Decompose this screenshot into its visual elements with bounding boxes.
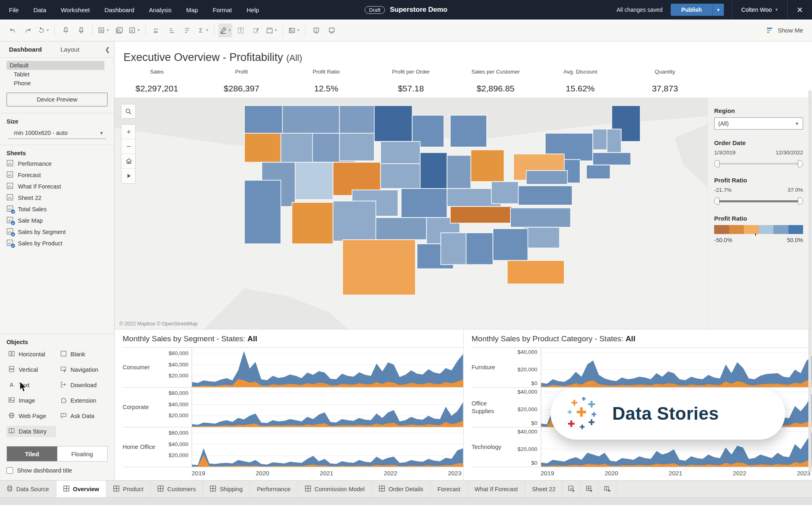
profit-ratio-color-legend[interactable] <box>714 225 803 234</box>
chart-row-corporate[interactable]: Corporate$60,000$40,000$20,000 <box>123 387 463 427</box>
object-item-extension[interactable]: Extension <box>58 395 108 406</box>
new-worksheet-tab-button[interactable] <box>563 481 581 497</box>
menu-file[interactable]: File <box>9 7 19 13</box>
map-pan-flyout-button[interactable] <box>121 169 136 183</box>
map-search-button[interactable] <box>121 104 136 119</box>
chart-row-home-office[interactable]: Home Office$60,000$40,000$20,000 <box>123 427 463 467</box>
state-MN[interactable] <box>374 106 412 142</box>
state-AL[interactable] <box>466 233 493 264</box>
sheet-item-total-sales[interactable]: Total Sales <box>6 205 108 213</box>
redo-icon[interactable] <box>21 24 35 37</box>
menu-analysis[interactable]: Analysis <box>149 7 172 13</box>
tab-customers[interactable]: Customers <box>151 481 203 497</box>
state-SC[interactable] <box>523 227 559 248</box>
state-CA[interactable] <box>244 180 281 244</box>
bottom-scroll-strip[interactable] <box>0 497 812 505</box>
tab-forecast[interactable]: Forecast <box>430 481 467 497</box>
state-MT[interactable] <box>283 106 339 133</box>
menu-map[interactable]: Map <box>186 7 198 13</box>
close-icon[interactable]: ✕ <box>788 5 812 15</box>
sheet-item-performance[interactable]: Performance <box>6 160 108 167</box>
new-worksheet-icon[interactable]: ▼ <box>97 24 110 37</box>
undo-icon[interactable] <box>6 24 19 37</box>
state-VA[interactable] <box>518 186 572 205</box>
menu-help[interactable]: Help <box>246 7 259 13</box>
state-MD[interactable] <box>526 171 567 184</box>
new-story-tab-button[interactable] <box>598 481 616 497</box>
state-OR[interactable] <box>244 133 281 162</box>
sheet-item-sheet-22[interactable]: Sheet 22 <box>6 194 108 202</box>
pin-add-icon[interactable] <box>59 24 73 37</box>
tab-overview[interactable]: Overview <box>56 481 107 497</box>
sheet-item-sale-map[interactable]: Sale Map <box>6 217 108 224</box>
state-OK[interactable] <box>376 218 427 240</box>
order-date-slider-handle-right[interactable] <box>798 160 803 167</box>
object-item-text[interactable]: AText <box>6 379 56 391</box>
map-zoom-in-button[interactable]: + <box>121 125 136 139</box>
object-item-horizontal[interactable]: Horizontal <box>6 349 56 360</box>
state-WV[interactable] <box>491 182 518 204</box>
tiled-button[interactable]: Tiled <box>7 446 57 461</box>
presentation-icon[interactable] <box>325 24 339 37</box>
menu-worksheet[interactable]: Worksheet <box>61 7 90 13</box>
profit-ratio-slider-handle-right[interactable] <box>798 197 803 205</box>
show-dashboard-title-row[interactable]: Show dashboard title <box>0 462 114 480</box>
highlight-icon[interactable]: ▼ <box>218 24 232 37</box>
sheet-item-forecast[interactable]: Forecast <box>6 171 108 179</box>
state-IN[interactable] <box>447 155 471 189</box>
sidebar-tab-dashboard[interactable]: Dashboard <box>6 46 44 53</box>
totals-icon[interactable]: Σ▼ <box>196 24 210 37</box>
new-dashboard-icon[interactable] <box>112 24 126 37</box>
state-MI[interactable] <box>450 115 487 147</box>
state-SD[interactable] <box>339 133 374 161</box>
object-item-image[interactable]: Image <box>6 395 56 406</box>
order-date-slider-handle-left[interactable] <box>714 160 719 167</box>
order-date-slider[interactable] <box>714 160 803 168</box>
tab-product[interactable]: Product <box>106 481 151 497</box>
object-item-navigation[interactable]: Navigation <box>58 364 108 375</box>
show-dashboard-title-checkbox[interactable] <box>6 467 13 474</box>
state-MS[interactable] <box>441 233 466 264</box>
state-TN[interactable] <box>450 206 512 223</box>
sheet-item-sales-by-product[interactable]: Sales by Product <box>6 239 108 247</box>
object-item-download[interactable]: Download <box>58 379 108 391</box>
sheet-item-sales-by-segment[interactable]: Sales by Segment <box>6 228 108 236</box>
fit-icon[interactable]: 8▼ <box>287 24 301 37</box>
tab-data-source[interactable]: Data Source <box>0 481 56 497</box>
replay-icon[interactable]: ▼ <box>37 24 50 37</box>
tab-sheet-22[interactable]: Sheet 22 <box>525 481 563 497</box>
borders-icon[interactable]: ▼ <box>265 24 279 37</box>
chart-row-consumer[interactable]: Consumer$60,000$40,000$20,000 <box>123 347 463 387</box>
pin-pause-icon[interactable] <box>74 24 88 37</box>
publish-dropdown-caret-icon[interactable]: ▼ <box>713 4 724 16</box>
sort-descending-icon[interactable] <box>181 24 194 37</box>
size-dropdown[interactable]: min 1000x620 - auto ▼ <box>8 128 106 139</box>
region-dropdown[interactable]: (All) ▼ <box>714 117 803 130</box>
device-item-default[interactable]: Default <box>6 61 104 70</box>
floating-button[interactable]: Floating <box>57 446 108 461</box>
device-item-phone[interactable]: Phone <box>11 79 104 88</box>
object-item-web-page[interactable]: Web Page <box>6 410 56 422</box>
show-me-button[interactable]: Show Me <box>767 27 806 34</box>
profit-ratio-slider-handle-left[interactable] <box>714 197 719 205</box>
state-NM[interactable] <box>333 201 376 241</box>
sales-by-segment-chart[interactable]: Monthly Sales by Segment - States: All C… <box>114 329 463 480</box>
state-UT[interactable] <box>295 162 333 199</box>
map-zoom-out-button[interactable]: − <box>121 139 136 154</box>
state-NC[interactable] <box>510 208 570 228</box>
state-MA[interactable] <box>593 153 631 165</box>
menu-data[interactable]: Data <box>33 7 46 13</box>
state-GA[interactable] <box>493 229 528 260</box>
download-icon[interactable] <box>309 24 323 37</box>
us-choropleth-map[interactable] <box>114 98 707 329</box>
sort-ascending-icon[interactable] <box>165 24 179 37</box>
object-item-vertical[interactable]: Vertical <box>6 364 56 375</box>
state-AZ[interactable] <box>292 202 333 244</box>
tab-shipping[interactable]: Shipping <box>203 481 250 497</box>
new-dashboard-tab-button[interactable] <box>581 481 598 497</box>
sales-map[interactable]: + − © 2022 Mapbox © OpenStreetMap <box>114 98 707 329</box>
state-NE[interactable] <box>380 164 421 189</box>
state-NH[interactable] <box>607 129 621 153</box>
mark-labels-icon[interactable]: 600 <box>150 24 164 37</box>
order-date-slider-track[interactable] <box>717 163 800 165</box>
